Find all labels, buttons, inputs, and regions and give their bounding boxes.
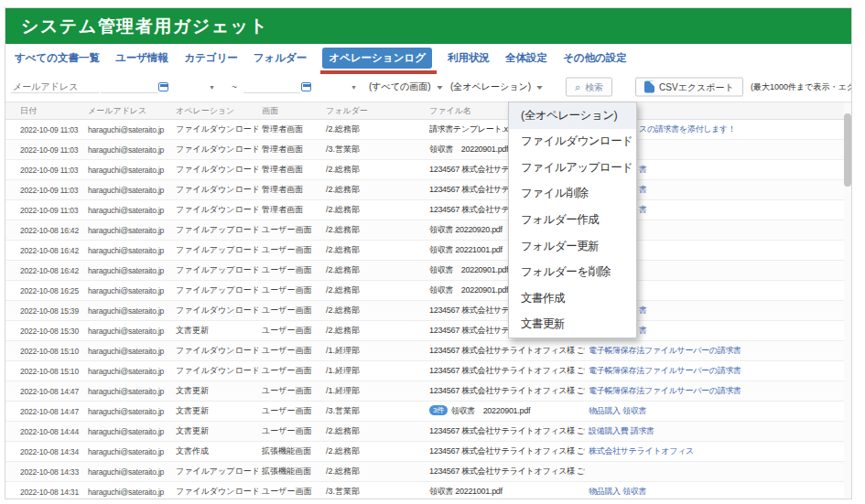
operation-select[interactable]: (全オペレーション) ▼ bbox=[450, 80, 543, 93]
cell-screen: ユーザー画面 bbox=[258, 425, 322, 437]
email-filter-input[interactable] bbox=[11, 80, 99, 93]
dropdown-option-3[interactable]: ファイルアップロード bbox=[509, 155, 636, 181]
cell-screen: ユーザー画面 bbox=[258, 305, 322, 316]
chevron-down-icon: ▼ bbox=[535, 84, 544, 91]
cell-date: 2022-10-09 11:03 bbox=[16, 125, 84, 134]
dropdown-option-5[interactable]: フォルダー作成 bbox=[509, 207, 636, 233]
cell-screen: ユーザー画面 bbox=[258, 405, 322, 417]
file-name-text: 1234567 株式会社サテ bbox=[429, 185, 510, 194]
cell-date: 2022-10-08 14:33 bbox=[16, 467, 84, 477]
cell-screen: 管理者画面 bbox=[258, 164, 322, 176]
subject-link[interactable]: 電子帳簿保存法ファイルサーバーの請求書 bbox=[589, 386, 741, 395]
subject-link[interactable]: 書 bbox=[639, 306, 647, 315]
dropdown-option-9[interactable]: 文書更新 bbox=[509, 312, 636, 338]
search-icon: ⌕ bbox=[575, 82, 580, 92]
table-row: 2022-10-09 11:03haraguchi@sateraito.jpファ… bbox=[5, 180, 851, 200]
subject-link[interactable]: 書 bbox=[639, 326, 647, 335]
cell-date: 2022-10-08 16:42 bbox=[16, 246, 84, 255]
subject-link[interactable]: 物品購入 領収書 bbox=[589, 487, 646, 496]
subject-link[interactable]: 書 bbox=[639, 205, 647, 214]
cell-operation: ファイルアップロード bbox=[172, 284, 258, 296]
vertical-scrollbar-thumb[interactable] bbox=[844, 113, 851, 187]
vertical-scrollbar-track[interactable] bbox=[844, 102, 851, 498]
cell-screen: ユーザー画面 bbox=[258, 385, 322, 397]
calendar-from-icon[interactable] bbox=[158, 82, 168, 91]
subject-link[interactable]: スの請求書を添付します！ bbox=[639, 124, 736, 134]
attachment-count-badge: 3件 bbox=[429, 405, 448, 415]
cell-date: 2022-10-08 15:30 bbox=[16, 327, 84, 336]
tab-3[interactable]: カテゴリー bbox=[184, 51, 238, 65]
table-row: 2022-10-08 15:10haraguchi@sateraito.jpファ… bbox=[5, 361, 851, 381]
subject-link[interactable]: 書 bbox=[639, 185, 647, 194]
tab-5[interactable]: オペレーションログ bbox=[322, 48, 432, 69]
dropdown-option-1[interactable]: (全オペレーション) bbox=[509, 102, 636, 129]
cell-subject: 物品購入 領収書 bbox=[585, 486, 851, 498]
cell-folder: /1.経理部 bbox=[322, 365, 426, 377]
subject-link[interactable]: 株式会社サテライトオフィス bbox=[589, 446, 694, 456]
tab-8[interactable]: その他の設定 bbox=[563, 51, 627, 65]
hour-from-chevron-down-icon[interactable]: ▼ bbox=[209, 84, 215, 91]
subject-link[interactable]: 電子帳簿保存法ファイルサーバーの請求書 bbox=[589, 346, 741, 355]
tab-2[interactable]: ユーザ情報 bbox=[115, 51, 168, 65]
subject-link[interactable]: 電子帳簿保存法ファイルサーバーの請求書 bbox=[589, 366, 741, 375]
cell-folder: /2.総務部 bbox=[322, 305, 426, 316]
search-button[interactable]: ⌕ 検索 bbox=[566, 78, 612, 97]
cell-operation: ファイルアップロード bbox=[172, 224, 258, 236]
cell-subject: 電子帳簿保存法ファイルサーバーの請求書 bbox=[585, 365, 851, 377]
cell-folder: /2.総務部 bbox=[322, 204, 426, 216]
cell-operation: 文書更新 bbox=[172, 425, 258, 437]
cell-operation: ファイルダウンロード bbox=[172, 345, 258, 357]
table-row: 2022-10-08 14:34haraguchi@sateraito.jp文書… bbox=[5, 442, 851, 462]
cell-operation: ファイルアップロード bbox=[172, 466, 258, 477]
subject-link[interactable]: 設備購入費 請求書 bbox=[589, 426, 654, 435]
dropdown-option-7[interactable]: フォルダーを削除 bbox=[509, 259, 636, 285]
cell-email: haraguchi@sateraito.jp bbox=[84, 286, 172, 295]
file-name-text: 領収書 20220901.pdf bbox=[429, 265, 508, 274]
date-from-input[interactable] bbox=[101, 80, 157, 93]
cell-operation: 文書更新 bbox=[172, 385, 258, 397]
cell-operation: ファイルアップロード bbox=[172, 244, 258, 256]
column-header-1: 日付 bbox=[16, 105, 84, 117]
cell-subject: 物品購入 領収書 bbox=[585, 405, 851, 417]
cell-screen: 管理者画面 bbox=[258, 144, 322, 155]
date-to-input[interactable] bbox=[243, 80, 300, 93]
tab-1[interactable]: すべての文書一覧 bbox=[15, 51, 100, 65]
subject-link[interactable]: 物品購入 領収書 bbox=[589, 406, 646, 415]
dropdown-option-2[interactable]: ファイルダウンロード bbox=[509, 129, 636, 155]
subject-link[interactable]: 書 bbox=[639, 165, 647, 174]
table-row: 2022-10-08 16:42haraguchi@sateraito.jpファ… bbox=[5, 220, 851, 241]
dropdown-option-4[interactable]: ファイル削除 bbox=[509, 181, 636, 208]
cell-screen: 管理者画面 bbox=[258, 123, 322, 135]
cell-email: haraguchi@sateraito.jp bbox=[84, 306, 172, 316]
dropdown-option-6[interactable]: フォルダー更新 bbox=[509, 233, 636, 260]
cell-email: haraguchi@sateraito.jp bbox=[84, 266, 172, 275]
column-header-2: メールアドレス bbox=[84, 105, 172, 117]
screen-select[interactable]: (すべての画面) ▼ bbox=[369, 80, 443, 93]
cell-folder: /2.総務部 bbox=[322, 184, 426, 196]
cell-email: haraguchi@sateraito.jp bbox=[84, 387, 172, 396]
cell-date: 2022-10-08 16:42 bbox=[16, 266, 84, 275]
file-name-text: 1234567 株式会社サテライトオフィス様 ご請… bbox=[429, 366, 585, 375]
tab-4[interactable]: フォルダー bbox=[254, 51, 308, 65]
cell-folder: /1.経理部 bbox=[322, 385, 426, 397]
csv-export-button[interactable]: CSVエクスポート bbox=[635, 78, 743, 97]
cell-operation: ファイルダウンロード bbox=[172, 305, 258, 316]
table-row: 2022-10-08 16:42haraguchi@sateraito.jpファ… bbox=[5, 261, 851, 281]
cell-operation: ファイルダウンロード bbox=[172, 144, 258, 155]
dropdown-option-8[interactable]: 文書作成 bbox=[509, 285, 636, 312]
cell-email: haraguchi@sateraito.jp bbox=[84, 427, 172, 436]
file-name-text: 1234567 株式会社サテライトオフィス様 ご請… bbox=[429, 446, 585, 456]
calendar-to-icon[interactable] bbox=[301, 82, 311, 91]
table-row: 2022-10-08 14:47haraguchi@sateraito.jp文書… bbox=[5, 381, 851, 402]
cell-date: 2022-10-08 14:31 bbox=[16, 488, 84, 497]
column-header-3: オペレーション bbox=[172, 105, 258, 117]
cell-date: 2022-10-08 15:39 bbox=[16, 306, 84, 316]
hour-to-chevron-down-icon[interactable]: ▼ bbox=[351, 84, 357, 91]
tab-7[interactable]: 全体設定 bbox=[505, 51, 547, 65]
cell-folder: /2.総務部 bbox=[322, 264, 426, 276]
cell-email: haraguchi@sateraito.jp bbox=[84, 226, 172, 235]
cell-email: haraguchi@sateraito.jp bbox=[84, 186, 172, 195]
cell-folder: /2.総務部 bbox=[322, 244, 426, 256]
table-row: 2022-10-08 14:31haraguchi@sateraito.jpファ… bbox=[5, 482, 851, 499]
tab-6[interactable]: 利用状況 bbox=[448, 51, 490, 65]
